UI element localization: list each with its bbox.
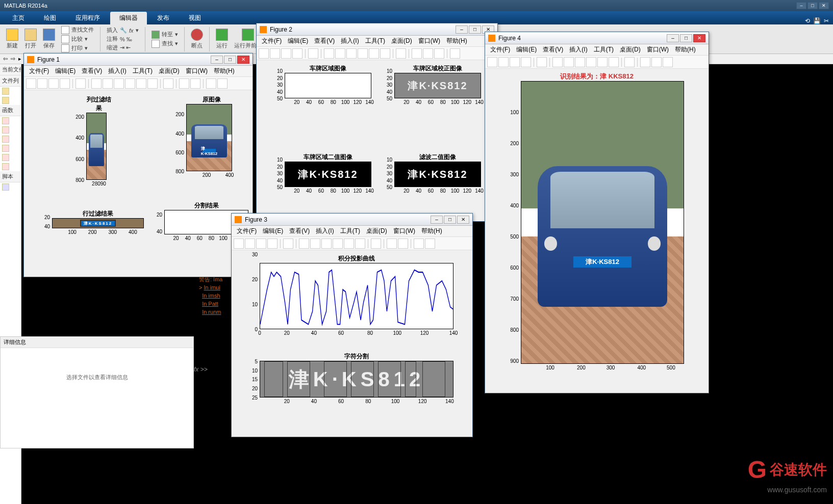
menu-tools[interactable]: 工具(T)	[362, 37, 388, 45]
menu-view[interactable]: 查看(V)	[311, 37, 338, 45]
comment-button[interactable]: 注释 % ‰	[107, 35, 139, 43]
dock-icon[interactable]	[663, 57, 673, 67]
colorbar-icon[interactable]	[624, 57, 635, 67]
print-button[interactable]: 打印 ▾	[61, 44, 94, 52]
new-icon[interactable]	[487, 57, 497, 67]
rotate-icon[interactable]	[125, 78, 135, 89]
menu-window[interactable]: 窗口(W)	[183, 67, 211, 75]
close-button[interactable]: ✕	[457, 216, 469, 224]
nav-back-icon[interactable]: ⇦	[3, 56, 8, 62]
close-button[interactable]: ✕	[237, 56, 249, 64]
menu-help[interactable]: 帮助(H)	[211, 67, 238, 75]
print-icon[interactable]	[60, 78, 70, 89]
menu-desktop[interactable]: 桌面(D)	[388, 37, 415, 45]
open-icon[interactable]	[270, 48, 280, 59]
menu-edit[interactable]: 编辑(E)	[52, 67, 79, 75]
tab-apps[interactable]: 应用程序	[66, 12, 109, 24]
maximize-button[interactable]: □	[807, 2, 818, 9]
breakpoint-button[interactable]: 断点	[189, 29, 205, 49]
script-item[interactable]	[0, 182, 21, 192]
maximize-button[interactable]: □	[680, 34, 692, 42]
menu-tools[interactable]: 工具(T)	[130, 67, 156, 75]
zoom-out-icon[interactable]	[335, 48, 345, 59]
menu-file[interactable]: 文件(F)	[487, 45, 513, 54]
find-button[interactable]: 查找 ▾	[152, 40, 178, 48]
indent-button[interactable]: 缩进 ⇥ ⇤	[107, 44, 139, 51]
pan-icon[interactable]	[114, 78, 124, 89]
menu-desktop[interactable]: 桌面(D)	[363, 227, 390, 235]
run-button[interactable]: 运行	[214, 29, 230, 49]
zoom-in-icon[interactable]	[91, 78, 102, 89]
dock-icon[interactable]	[434, 48, 444, 59]
open-icon[interactable]	[245, 238, 255, 249]
brush-icon[interactable]	[355, 238, 365, 249]
tab-editor[interactable]: 编辑器	[110, 12, 147, 24]
zoom-out-icon[interactable]	[310, 238, 320, 249]
save-button[interactable]: 保存	[41, 29, 57, 49]
link-icon[interactable]	[412, 48, 422, 59]
function-item[interactable]	[0, 144, 21, 153]
qa-icon[interactable]: ✂	[824, 17, 829, 24]
save-icon[interactable]	[48, 78, 59, 89]
function-item[interactable]	[0, 135, 21, 144]
save-icon[interactable]	[281, 48, 291, 59]
save-icon[interactable]	[256, 238, 266, 249]
figure-2-window[interactable]: Figure 2 – □ ✕ 文件(F) 编辑(E) 查看(V) 插入(I) 工…	[256, 23, 498, 222]
qa-icon[interactable]: ⟲	[805, 17, 810, 24]
menu-file[interactable]: 文件(F)	[234, 227, 260, 235]
menu-insert[interactable]: 插入(I)	[338, 37, 362, 45]
insert-button[interactable]: 插入 🔧 fx ▾	[107, 26, 139, 34]
menu-window[interactable]: 窗口(W)	[415, 37, 443, 45]
menu-window[interactable]: 窗口(W)	[644, 45, 672, 54]
maximize-button[interactable]: □	[469, 25, 481, 34]
zoom-in-icon[interactable]	[299, 238, 309, 249]
print-icon[interactable]	[521, 57, 531, 67]
menu-desktop[interactable]: 桌面(D)	[156, 67, 183, 75]
menu-help[interactable]: 帮助(H)	[443, 37, 470, 45]
pointer-icon[interactable]	[283, 238, 293, 249]
menu-insert[interactable]: 插入(I)	[105, 67, 129, 75]
minimize-button[interactable]: –	[667, 34, 679, 42]
pan-icon[interactable]	[321, 238, 332, 249]
maximize-button[interactable]: □	[224, 56, 236, 64]
menu-insert[interactable]: 插入(I)	[566, 45, 590, 54]
link-icon[interactable]	[640, 57, 650, 67]
zoom-in-icon[interactable]	[324, 48, 334, 59]
menu-file[interactable]: 文件(F)	[26, 67, 52, 75]
figure-2-titlebar[interactable]: Figure 2 – □ ✕	[257, 23, 497, 36]
menu-tools[interactable]: 工具(T)	[337, 227, 363, 235]
goto-button[interactable]: 转至 ▾	[152, 31, 178, 39]
figure-4-window[interactable]: Figure 4 – □ ✕ 文件(F) 编辑(E) 查看(V) 插入(I) 工…	[485, 32, 709, 393]
tab-publish[interactable]: 发布	[148, 12, 179, 24]
pan-icon[interactable]	[575, 57, 585, 67]
zoom-in-icon[interactable]	[552, 57, 563, 67]
figure-3-titlebar[interactable]: Figure 3 – □ ✕	[232, 214, 472, 226]
rotate-icon[interactable]	[586, 57, 596, 67]
open-button[interactable]: 打开	[22, 29, 39, 49]
function-item[interactable]	[0, 125, 21, 135]
pointer-icon[interactable]	[537, 57, 547, 67]
menu-view[interactable]: 查看(V)	[286, 227, 313, 235]
figure-1-window[interactable]: Figure 1 – □ ✕ 文件(F) 编辑(E) 查看(V) 插入(I) 工…	[23, 53, 253, 277]
zoom-out-icon[interactable]	[564, 57, 574, 67]
open-icon[interactable]	[498, 57, 509, 67]
zoom-out-icon[interactable]	[103, 78, 113, 89]
link-icon[interactable]	[387, 238, 397, 249]
new-icon[interactable]	[234, 238, 244, 249]
dock-icon[interactable]	[450, 48, 460, 59]
save-icon[interactable]	[510, 57, 520, 67]
close-button[interactable]: ✕	[693, 34, 705, 42]
datacursor-icon[interactable]	[369, 48, 379, 59]
tab-plot[interactable]: 绘图	[35, 12, 65, 24]
function-item[interactable]	[0, 116, 21, 125]
menu-insert[interactable]: 插入(I)	[313, 227, 337, 235]
figure-3-window[interactable]: Figure 3 – □ ✕ 文件(F) 编辑(E) 查看(V) 插入(I) 工…	[231, 213, 473, 437]
new-icon[interactable]	[259, 48, 269, 59]
minimize-button[interactable]: –	[211, 56, 223, 64]
datacursor-icon[interactable]	[344, 238, 354, 249]
menu-view[interactable]: 查看(V)	[540, 45, 566, 54]
tab-view[interactable]: 视图	[180, 12, 210, 24]
nav-fwd-icon[interactable]: ⇨	[11, 56, 15, 62]
datacursor-icon[interactable]	[136, 78, 146, 89]
menu-desktop[interactable]: 桌面(D)	[617, 45, 644, 54]
